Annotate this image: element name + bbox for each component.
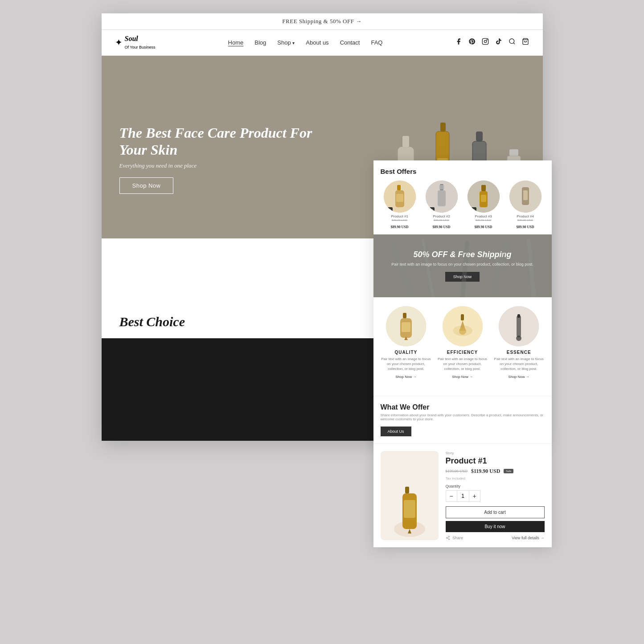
page-wrapper: FREE Shipping & 50% OFF → ✦ Soul Of Your… xyxy=(102,13,543,441)
svg-rect-6 xyxy=(402,136,409,147)
logo[interactable]: ✦ Soul Of Your Business xyxy=(115,34,156,51)
cart-icon[interactable] xyxy=(522,38,529,47)
search-icon[interactable] xyxy=(509,38,516,47)
qty-stepper: − 1 + xyxy=(446,490,480,502)
svg-point-53 xyxy=(516,336,521,341)
feature-label-1: QUALITY xyxy=(381,350,432,355)
feature-link-2[interactable]: Shop Now → xyxy=(452,375,473,379)
pinterest-icon[interactable] xyxy=(468,38,476,47)
feature-circle-1 xyxy=(386,306,426,346)
svg-line-63 xyxy=(447,538,448,539)
feature-circle-3 xyxy=(499,306,539,346)
svg-rect-21 xyxy=(397,185,401,190)
feature-essence: ESSENCE Pair text with an image to focus… xyxy=(493,306,545,380)
price-new: $119.90 USD xyxy=(471,468,500,475)
main-nav: Home Blog Shop ▾ About us Contact FAQ xyxy=(228,39,383,46)
promo-banner: 50% OFF & Free Shipping Pair text with a… xyxy=(373,234,552,297)
nav-blog[interactable]: Blog xyxy=(254,39,266,46)
svg-point-61 xyxy=(446,537,447,539)
offer-item-4: Product #4 $99.90 USD $89.90 USD xyxy=(506,180,545,230)
price-old: $199.00 USD xyxy=(446,469,468,473)
svg-point-2 xyxy=(487,40,487,40)
svg-point-60 xyxy=(448,536,450,537)
qty-label: Quantity xyxy=(446,484,545,488)
svg-rect-26 xyxy=(438,190,446,206)
feature-desc-3: Pair text with an image to focus on your… xyxy=(493,357,545,372)
nav-contact[interactable]: Contact xyxy=(340,39,360,46)
svg-rect-37 xyxy=(460,241,469,297)
offer-name-3: Product #3 xyxy=(464,214,503,218)
feature-link-3[interactable]: Shop Now → xyxy=(509,375,529,379)
what-we-offer-section: What We Offer Share information about yo… xyxy=(373,396,552,443)
nav-shop[interactable]: Shop ▾ xyxy=(277,39,295,46)
svg-line-64 xyxy=(447,537,448,538)
promo-subtitle: Pair text with an image to focus on your… xyxy=(382,262,543,267)
offer-item-2: sale Product #2 $99.90 USD $89.90 USD xyxy=(422,180,461,230)
qty-decrement-button[interactable]: − xyxy=(446,491,457,501)
share-label: Share xyxy=(446,536,464,541)
svg-rect-35 xyxy=(391,244,413,295)
svg-point-3 xyxy=(509,39,514,44)
features-section: QUALITY Pair text with an image to focus… xyxy=(373,297,552,396)
nav-home[interactable]: Home xyxy=(228,39,244,46)
view-full-details-link[interactable]: View full details → xyxy=(512,536,544,540)
product-info: Story Product #1 $199.00 USD $119.90 USD… xyxy=(446,451,545,541)
product-detail-section: Story Product #1 $199.00 USD $119.90 USD… xyxy=(373,443,552,548)
feature-efficiency: EFFICIENCY Pair text with an image to fo… xyxy=(437,306,488,380)
product-name: Product #1 xyxy=(446,456,545,466)
tax-note: Tax included. xyxy=(446,476,545,480)
feature-label-3: ESSENCE xyxy=(493,350,545,355)
hero-content: The Best Face Care Product For Your Skin… xyxy=(119,124,342,194)
feature-link-1[interactable]: Shop Now → xyxy=(395,375,416,379)
qty-increment-button[interactable]: + xyxy=(469,491,480,501)
svg-rect-9 xyxy=(440,123,446,131)
hero-subtitle: Everything you need in one place xyxy=(119,162,342,169)
svg-rect-29 xyxy=(481,185,486,191)
feature-desc-1: Pair text with an image to focus on your… xyxy=(381,357,432,372)
wwo-subtitle: Share information about your brand with … xyxy=(381,413,545,421)
offer-badge-3: sale xyxy=(468,207,477,212)
instagram-icon[interactable] xyxy=(482,38,489,47)
offer-item-1: sale Product #1 $99.90 USD $89.90 USD xyxy=(381,180,419,230)
svg-rect-41 xyxy=(403,313,406,318)
offer-name-2: Product #2 xyxy=(422,214,461,218)
svg-rect-0 xyxy=(483,39,488,45)
svg-rect-23 xyxy=(396,194,403,202)
svg-line-4 xyxy=(514,43,515,44)
tiktok-icon[interactable] xyxy=(495,38,502,47)
offer-item-3: sale Product #3 $99.90 USD $89.90 USD xyxy=(464,180,503,230)
logo-name: Soul Of Your Business xyxy=(125,34,156,51)
share-row: Share View full details → xyxy=(446,536,545,541)
feature-desc-2: Pair text with an image to focus on your… xyxy=(437,357,488,372)
right-panel: Best Offers sale Product #1 $9 xyxy=(373,160,552,547)
facebook-icon[interactable] xyxy=(455,38,462,47)
features-grid: QUALITY Pair text with an image to focus… xyxy=(381,306,545,380)
announcement-text: FREE Shipping & 50% OFF → xyxy=(282,18,361,25)
header: ✦ Soul Of Your Business Home Blog Shop ▾… xyxy=(102,30,543,56)
svg-rect-34 xyxy=(523,190,528,200)
about-us-button[interactable]: About Us xyxy=(381,427,411,436)
svg-rect-38 xyxy=(491,244,508,296)
wwo-title: What We Offer xyxy=(381,403,545,411)
buy-now-button[interactable]: Buy it now xyxy=(446,521,545,532)
announcement-bar[interactable]: FREE Shipping & 50% OFF → xyxy=(102,13,543,30)
product-image-area xyxy=(381,451,439,541)
nav-about[interactable]: About us xyxy=(306,39,328,46)
svg-rect-51 xyxy=(517,315,521,337)
social-icons xyxy=(455,38,529,47)
sale-badge: Sale xyxy=(504,469,513,473)
offer-circle-3: sale xyxy=(468,180,500,213)
svg-rect-58 xyxy=(404,500,415,518)
add-to-cart-button[interactable]: Add to cart xyxy=(446,506,545,518)
best-offers-title: Best Offers xyxy=(381,168,545,175)
offer-circle-1: sale xyxy=(384,180,416,213)
best-offers-section: Best Offers sale Product #1 $9 xyxy=(373,160,552,234)
svg-point-62 xyxy=(448,539,450,540)
offer-name-4: Product #4 xyxy=(506,214,545,218)
offer-badge-1: sale xyxy=(385,207,393,212)
nav-faq[interactable]: FAQ xyxy=(371,39,382,46)
feature-label-2: EFFICIENCY xyxy=(437,350,488,355)
offer-circle-2: sale xyxy=(426,180,458,213)
hero-title: The Best Face Care Product For Your Skin xyxy=(119,124,342,159)
shop-now-button[interactable]: Shop Now xyxy=(119,177,174,194)
